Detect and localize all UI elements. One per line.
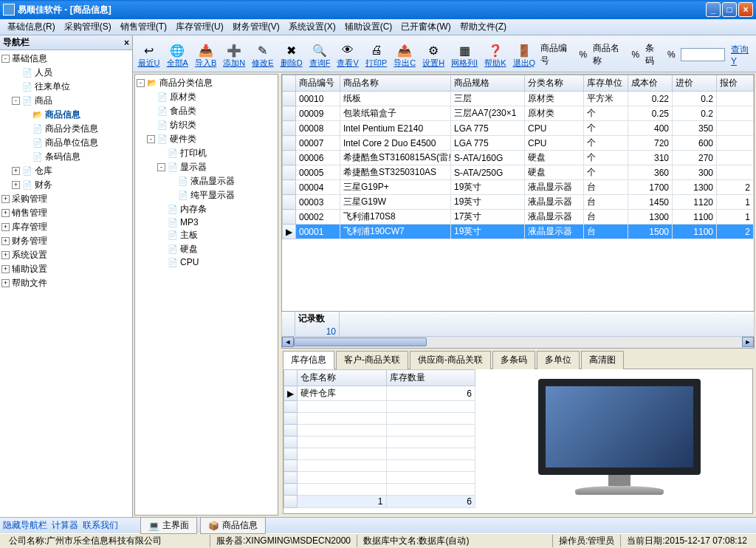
detail-tab[interactable]: 供应商-商品关联: [410, 351, 491, 369]
tree-toggle-icon[interactable]: +: [12, 167, 20, 175]
grid-cell[interactable]: 1: [717, 210, 754, 225]
tree-item[interactable]: 液晶显示器: [137, 174, 276, 188]
grid-cell[interactable]: 350: [673, 121, 717, 136]
grid-cell[interactable]: [717, 106, 754, 121]
tree-item[interactable]: 打印机: [137, 146, 276, 160]
tree-toggle-icon[interactable]: +: [1, 195, 10, 203]
grid-cell[interactable]: [717, 92, 754, 106]
grid-cell[interactable]: 台: [584, 210, 628, 225]
toolbar-查询F[interactable]: 🔍查询F: [307, 41, 332, 70]
detail-tab[interactable]: 多条码: [492, 351, 535, 369]
grid-cell[interactable]: 台: [584, 195, 628, 210]
grid-cell[interactable]: 1300: [673, 180, 717, 195]
toolbar-修改E[interactable]: ✎修改E: [250, 41, 275, 70]
grid-cell[interactable]: 硬盘: [525, 151, 584, 165]
tree-item[interactable]: 商品分类信息: [1, 122, 131, 136]
grid-cell[interactable]: 三层AA7(230×1: [451, 106, 525, 121]
grid-cell[interactable]: 个: [584, 165, 628, 180]
tree-item[interactable]: +销售管理: [1, 206, 131, 220]
grid-header[interactable]: 报价: [717, 75, 754, 92]
menu-item[interactable]: 辅助设置(C): [340, 19, 397, 35]
grid-header[interactable]: 进价: [673, 75, 717, 92]
tree-item[interactable]: -商品分类信息: [137, 76, 276, 90]
grid-cell[interactable]: 19英寸: [451, 195, 525, 210]
search-button[interactable]: 查询Y: [731, 44, 753, 66]
tree-item[interactable]: +财务管理: [1, 234, 131, 248]
grid-cell[interactable]: 1500: [628, 225, 673, 239]
grid-cell[interactable]: 1100: [673, 210, 717, 225]
toolbar-帮助K[interactable]: ❓帮助K: [483, 41, 508, 70]
grid-cell[interactable]: 0.22: [628, 92, 673, 106]
menu-item[interactable]: 帮助文件(Z): [456, 19, 511, 35]
grid-cell[interactable]: 600: [673, 136, 717, 151]
menu-item[interactable]: 采购管理(S): [60, 19, 116, 35]
grid-header[interactable]: 成本价: [628, 75, 673, 92]
stock-header[interactable]: 仓库名称: [298, 370, 386, 386]
grid-cell[interactable]: 310: [628, 151, 673, 165]
tree-item[interactable]: 主板: [137, 228, 276, 242]
grid-cell[interactable]: LGA 775: [451, 136, 525, 151]
tree-toggle-icon[interactable]: +: [12, 181, 20, 189]
toolbar-导入B[interactable]: 📥导入B: [193, 41, 218, 70]
grid-cell[interactable]: [717, 165, 754, 180]
grid-cell[interactable]: 1120: [673, 195, 717, 210]
grid-cell[interactable]: 个: [584, 136, 628, 151]
toolbar-设置H[interactable]: ⚙设置H: [421, 41, 447, 70]
tree-item[interactable]: 内存条: [137, 202, 276, 216]
grid-header[interactable]: 商品名称: [340, 75, 451, 92]
grid-cell[interactable]: 希捷酷鱼ST3250310AS: [340, 165, 451, 180]
grid-cell[interactable]: 00001: [296, 225, 340, 239]
grid-cell[interactable]: CPU: [525, 121, 584, 136]
tree-toggle-icon[interactable]: -: [1, 55, 10, 63]
tree-toggle-icon[interactable]: +: [1, 223, 10, 231]
grid-cell[interactable]: 个: [584, 121, 628, 136]
tree-item[interactable]: 人员: [1, 66, 131, 80]
tree-item[interactable]: +财务: [1, 178, 131, 192]
grid-cell[interactable]: 00007: [296, 136, 340, 151]
menu-item[interactable]: 已开窗体(W): [396, 19, 455, 35]
grid-cell[interactable]: 00009: [296, 106, 340, 121]
grid-cell[interactable]: 液晶显示器: [525, 210, 584, 225]
grid-cell[interactable]: 1450: [628, 195, 673, 210]
grid-cell[interactable]: [717, 136, 754, 151]
menu-item[interactable]: 销售管理(T): [116, 19, 171, 35]
grid-cell[interactable]: 0.25: [628, 106, 673, 121]
footer-tab[interactable]: 📦商品信息: [200, 517, 266, 534]
grid-cell[interactable]: 个: [584, 151, 628, 165]
grid-cell[interactable]: 1300: [628, 210, 673, 225]
tree-item[interactable]: 往来单位: [1, 80, 131, 94]
stock-header[interactable]: 库存数量: [386, 370, 475, 386]
tree-item[interactable]: +库存管理: [1, 220, 131, 234]
grid-cell[interactable]: S-ATA/250G: [451, 165, 525, 180]
footer-link[interactable]: 隐藏导航栏: [3, 520, 47, 530]
grid-cell[interactable]: 原材类: [525, 92, 584, 106]
scroll-right-icon[interactable]: ►: [742, 337, 754, 347]
minimize-button[interactable]: _: [706, 2, 721, 17]
toolbar-查看V[interactable]: 👁查看V: [335, 41, 360, 70]
grid-cell[interactable]: 00004: [296, 180, 340, 195]
tree-toggle-icon[interactable]: +: [1, 209, 10, 217]
detail-tab[interactable]: 高清图: [581, 351, 624, 369]
maximize-button[interactable]: □: [722, 2, 737, 17]
grid-cell[interactable]: Intel Core 2 Duo E4500: [340, 136, 451, 151]
grid-cell[interactable]: 个: [584, 106, 628, 121]
toolbar-全部A[interactable]: 🌐全部A: [165, 41, 190, 70]
grid-cell[interactable]: 19英寸: [451, 225, 525, 239]
grid-cell[interactable]: 飞利浦170S8: [340, 210, 451, 225]
scroll-thumb[interactable]: [294, 338, 427, 346]
tree-toggle-icon[interactable]: +: [1, 251, 10, 259]
grid-cell[interactable]: LGA 775: [451, 121, 525, 136]
grid-cell[interactable]: 1100: [673, 225, 717, 239]
grid-cell[interactable]: 1700: [628, 180, 673, 195]
grid-cell[interactable]: 1: [717, 195, 754, 210]
tree-item[interactable]: 原材类: [137, 90, 276, 104]
grid-header[interactable]: 分类名称: [525, 75, 584, 92]
toolbar-删除D[interactable]: ✖删除D: [278, 41, 304, 70]
detail-tab[interactable]: 库存信息: [283, 351, 334, 369]
tree-item[interactable]: +辅助设置: [1, 262, 131, 276]
toolbar-导出C[interactable]: 📤导出C: [392, 41, 418, 70]
grid-cell[interactable]: 三层: [451, 92, 525, 106]
grid-header[interactable]: 商品编号: [296, 75, 340, 92]
grid-header[interactable]: 库存单位: [584, 75, 628, 92]
toolbar-添加N[interactable]: ➕添加N: [221, 41, 247, 70]
